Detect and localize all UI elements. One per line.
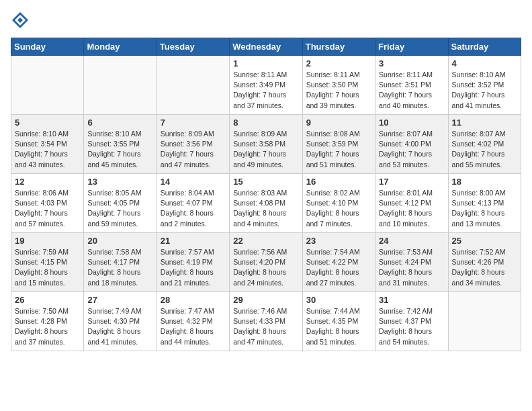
weekday-header-saturday: Saturday (448, 38, 521, 56)
day-number: 2 (306, 58, 371, 68)
cell-text: Sunrise: 7:54 AMSunset: 4:22 PMDaylight:… (306, 247, 371, 288)
page-header (11, 11, 521, 31)
calendar-cell: 17Sunrise: 8:01 AMSunset: 4:12 PMDayligh… (375, 174, 448, 233)
calendar-cell: 28Sunrise: 7:47 AMSunset: 4:32 PMDayligh… (157, 292, 229, 351)
cell-text: Sunrise: 8:07 AMSunset: 4:02 PMDaylight:… (452, 129, 517, 170)
cell-text: Sunrise: 8:11 AMSunset: 3:51 PMDaylight:… (379, 70, 444, 111)
calendar-cell: 29Sunrise: 7:46 AMSunset: 4:33 PMDayligh… (230, 292, 302, 351)
day-number: 22 (233, 236, 298, 246)
day-number: 30 (306, 295, 371, 305)
day-number: 23 (306, 236, 371, 246)
calendar-cell: 25Sunrise: 7:52 AMSunset: 4:26 PMDayligh… (448, 233, 521, 292)
cell-text: Sunrise: 7:42 AMSunset: 4:37 PMDaylight:… (379, 306, 444, 347)
day-number: 6 (87, 118, 152, 128)
calendar-week-row-5: 26Sunrise: 7:50 AMSunset: 4:28 PMDayligh… (11, 292, 521, 351)
day-number: 21 (161, 236, 226, 246)
day-number: 24 (379, 236, 444, 246)
cell-text: Sunrise: 8:02 AMSunset: 4:10 PMDaylight:… (306, 188, 371, 229)
calendar-cell: 10Sunrise: 8:07 AMSunset: 4:00 PMDayligh… (375, 115, 448, 174)
cell-text: Sunrise: 8:11 AMSunset: 3:49 PMDaylight:… (233, 70, 298, 111)
calendar-cell: 18Sunrise: 8:00 AMSunset: 4:13 PMDayligh… (448, 174, 521, 233)
cell-text: Sunrise: 8:10 AMSunset: 3:54 PMDaylight:… (15, 129, 80, 170)
day-number: 26 (15, 295, 80, 305)
day-number: 11 (452, 118, 517, 128)
calendar-cell: 11Sunrise: 8:07 AMSunset: 4:02 PMDayligh… (448, 115, 521, 174)
cell-text: Sunrise: 7:49 AMSunset: 4:30 PMDaylight:… (87, 306, 152, 347)
calendar-cell: 9Sunrise: 8:08 AMSunset: 3:59 PMDaylight… (302, 115, 375, 174)
calendar-cell: 26Sunrise: 7:50 AMSunset: 4:28 PMDayligh… (11, 292, 84, 351)
calendar-cell (157, 56, 229, 115)
day-number: 27 (87, 295, 152, 305)
cell-text: Sunrise: 8:08 AMSunset: 3:59 PMDaylight:… (306, 129, 371, 170)
day-number: 18 (452, 177, 517, 187)
cell-text: Sunrise: 7:56 AMSunset: 4:20 PMDaylight:… (233, 247, 298, 288)
day-number: 1 (233, 58, 298, 68)
logo (11, 11, 32, 31)
calendar-cell: 15Sunrise: 8:03 AMSunset: 4:08 PMDayligh… (230, 174, 302, 233)
logo-icon (11, 11, 30, 30)
weekday-header-monday: Monday (84, 38, 157, 56)
day-number: 17 (379, 177, 444, 187)
cell-text: Sunrise: 7:52 AMSunset: 4:26 PMDaylight:… (452, 247, 517, 288)
calendar-cell: 3Sunrise: 8:11 AMSunset: 3:51 PMDaylight… (375, 56, 448, 115)
day-number: 28 (161, 295, 226, 305)
calendar-cell: 27Sunrise: 7:49 AMSunset: 4:30 PMDayligh… (84, 292, 157, 351)
calendar-week-row-3: 12Sunrise: 8:06 AMSunset: 4:03 PMDayligh… (11, 174, 521, 233)
calendar-cell: 8Sunrise: 8:09 AMSunset: 3:58 PMDaylight… (230, 115, 302, 174)
day-number: 12 (15, 177, 80, 187)
calendar-cell: 20Sunrise: 7:58 AMSunset: 4:17 PMDayligh… (84, 233, 157, 292)
calendar-cell (84, 56, 157, 115)
cell-text: Sunrise: 7:57 AMSunset: 4:19 PMDaylight:… (161, 247, 226, 288)
calendar-cell: 4Sunrise: 8:10 AMSunset: 3:52 PMDaylight… (448, 56, 521, 115)
cell-text: Sunrise: 8:06 AMSunset: 4:03 PMDaylight:… (15, 188, 80, 229)
cell-text: Sunrise: 7:53 AMSunset: 4:24 PMDaylight:… (379, 247, 444, 288)
cell-text: Sunrise: 7:47 AMSunset: 4:32 PMDaylight:… (161, 306, 226, 347)
calendar-cell: 24Sunrise: 7:53 AMSunset: 4:24 PMDayligh… (375, 233, 448, 292)
cell-text: Sunrise: 8:11 AMSunset: 3:50 PMDaylight:… (306, 70, 371, 111)
day-number: 29 (233, 295, 298, 305)
calendar-cell (11, 56, 84, 115)
calendar-cell: 1Sunrise: 8:11 AMSunset: 3:49 PMDaylight… (230, 56, 302, 115)
cell-text: Sunrise: 8:07 AMSunset: 4:00 PMDaylight:… (379, 129, 444, 170)
calendar-cell: 16Sunrise: 8:02 AMSunset: 4:10 PMDayligh… (302, 174, 375, 233)
calendar-cell (448, 292, 521, 351)
day-number: 31 (379, 295, 444, 305)
day-number: 4 (452, 58, 517, 68)
day-number: 19 (15, 236, 80, 246)
day-number: 9 (306, 118, 371, 128)
cell-text: Sunrise: 8:09 AMSunset: 3:56 PMDaylight:… (161, 129, 226, 170)
calendar-cell: 21Sunrise: 7:57 AMSunset: 4:19 PMDayligh… (157, 233, 229, 292)
cell-text: Sunrise: 7:50 AMSunset: 4:28 PMDaylight:… (15, 306, 80, 347)
cell-text: Sunrise: 7:46 AMSunset: 4:33 PMDaylight:… (233, 306, 298, 347)
calendar-cell: 2Sunrise: 8:11 AMSunset: 3:50 PMDaylight… (302, 56, 375, 115)
day-number: 7 (161, 118, 226, 128)
calendar-cell: 13Sunrise: 8:05 AMSunset: 4:05 PMDayligh… (84, 174, 157, 233)
weekday-header-friday: Friday (375, 38, 448, 56)
day-number: 5 (15, 118, 80, 128)
cell-text: Sunrise: 8:05 AMSunset: 4:05 PMDaylight:… (87, 188, 152, 229)
calendar-cell: 6Sunrise: 8:10 AMSunset: 3:55 PMDaylight… (84, 115, 157, 174)
cell-text: Sunrise: 7:58 AMSunset: 4:17 PMDaylight:… (87, 247, 152, 288)
calendar-cell: 14Sunrise: 8:04 AMSunset: 4:07 PMDayligh… (157, 174, 229, 233)
calendar-cell: 30Sunrise: 7:44 AMSunset: 4:35 PMDayligh… (302, 292, 375, 351)
weekday-header-tuesday: Tuesday (157, 38, 229, 56)
cell-text: Sunrise: 7:44 AMSunset: 4:35 PMDaylight:… (306, 306, 371, 347)
calendar-cell: 5Sunrise: 8:10 AMSunset: 3:54 PMDaylight… (11, 115, 84, 174)
calendar-cell: 23Sunrise: 7:54 AMSunset: 4:22 PMDayligh… (302, 233, 375, 292)
cell-text: Sunrise: 8:04 AMSunset: 4:07 PMDaylight:… (161, 188, 226, 229)
day-number: 8 (233, 118, 298, 128)
calendar-cell: 12Sunrise: 8:06 AMSunset: 4:03 PMDayligh… (11, 174, 84, 233)
cell-text: Sunrise: 8:01 AMSunset: 4:12 PMDaylight:… (379, 188, 444, 229)
cell-text: Sunrise: 8:10 AMSunset: 3:52 PMDaylight:… (452, 70, 517, 111)
calendar-week-row-4: 19Sunrise: 7:59 AMSunset: 4:15 PMDayligh… (11, 233, 521, 292)
calendar-week-row-2: 5Sunrise: 8:10 AMSunset: 3:54 PMDaylight… (11, 115, 521, 174)
cell-text: Sunrise: 8:00 AMSunset: 4:13 PMDaylight:… (452, 188, 517, 229)
day-number: 14 (161, 177, 226, 187)
calendar-cell: 19Sunrise: 7:59 AMSunset: 4:15 PMDayligh… (11, 233, 84, 292)
weekday-header-wednesday: Wednesday (230, 38, 302, 56)
day-number: 10 (379, 118, 444, 128)
cell-text: Sunrise: 7:59 AMSunset: 4:15 PMDaylight:… (15, 247, 80, 288)
cell-text: Sunrise: 8:10 AMSunset: 3:55 PMDaylight:… (87, 129, 152, 170)
day-number: 3 (379, 58, 444, 68)
day-number: 16 (306, 177, 371, 187)
